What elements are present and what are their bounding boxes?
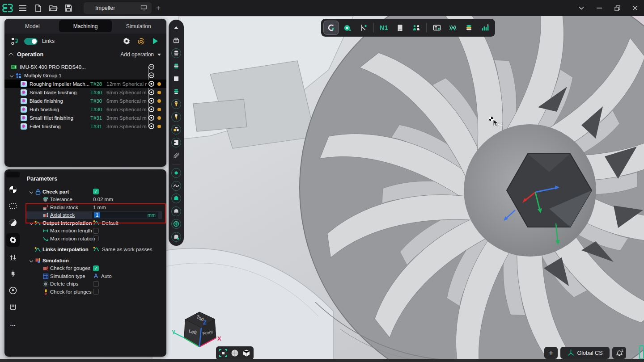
threading-icon[interactable] [6, 268, 20, 280]
checkbox[interactable] [93, 281, 99, 287]
new-tab-button[interactable]: + [152, 4, 165, 13]
operation-row[interactable]: ❋Roughing Impeller Mach...T#2812mm Spher… [4, 80, 166, 88]
tab-machining[interactable]: Machining [59, 20, 112, 32]
parameter-row[interactable]: Check for gouges✓ [26, 265, 162, 273]
links-toggle[interactable] [24, 38, 38, 45]
coolant-icon[interactable] [6, 285, 20, 296]
document-icon[interactable] [393, 21, 407, 34]
shaded-dot-icon[interactable] [171, 232, 181, 242]
collapse-window-icon[interactable] [572, 0, 590, 16]
measure-tape-icon[interactable] [340, 21, 355, 34]
operation-row[interactable]: ❋Blade finishingT#306mm Spherical mi [4, 97, 166, 105]
stock-result-icon[interactable] [171, 61, 181, 71]
collapse-up-icon[interactable] [171, 23, 181, 33]
collapse-toggle-icon[interactable] [147, 63, 156, 70]
tab-model[interactable]: Model [6, 20, 59, 32]
collapse-toggle-icon[interactable] [147, 72, 156, 79]
menu-icon[interactable] [15, 2, 30, 14]
settings-gear-icon[interactable] [122, 36, 131, 46]
operation-row[interactable]: ❋Hub finishingT#306mm Spherical mi [4, 105, 166, 114]
graph-lines-icon[interactable] [445, 21, 460, 34]
layers-stack-icon[interactable] [462, 21, 476, 34]
global-cs-button[interactable]: Global CS [560, 347, 610, 359]
state-toggle-icon[interactable] [147, 106, 156, 113]
tools-pair-icon[interactable] [409, 21, 424, 34]
parameter-row[interactable]: Links interpolationSame as work passes [26, 246, 162, 254]
operation-row[interactable]: ❋Fillet finishingT#313mm Spherical mi [4, 122, 166, 130]
parameter-value-input[interactable]: 1mm [92, 212, 158, 219]
hatch-icon[interactable] [171, 150, 181, 160]
add-operation-button[interactable]: Add operation [120, 51, 161, 58]
isometric-cube-icon[interactable] [242, 348, 251, 358]
add-cs-button[interactable]: + [544, 347, 558, 359]
workpiece-selection-icon[interactable] [6, 200, 20, 212]
operation-row[interactable]: ❋Small blade finishingT#306mm Spherical … [4, 88, 166, 97]
control-panel-icon[interactable] [429, 21, 444, 34]
more-icon[interactable]: … [6, 318, 20, 329]
machining-mode-icon[interactable] [136, 36, 146, 46]
coordinate-system-icon[interactable] [6, 184, 20, 195]
workpiece-icon[interactable] [171, 36, 181, 46]
parameter-row[interactable]: Check part✓ [26, 188, 162, 196]
new-file-icon[interactable] [30, 2, 46, 14]
save-icon[interactable] [61, 2, 76, 14]
restore-icon[interactable] [608, 0, 626, 16]
state-toggle-icon[interactable] [147, 89, 156, 96]
state-toggle-icon[interactable] [147, 114, 156, 121]
operation-row[interactable]: IMU-5X 400 PRO RDDS40... [4, 63, 166, 71]
minimize-icon[interactable] [590, 0, 608, 16]
open-folder-icon[interactable] [46, 2, 61, 14]
state-toggle-icon[interactable] [147, 97, 156, 104]
settings-icon[interactable] [6, 233, 20, 247]
checkbox[interactable] [93, 289, 99, 295]
parameter-value[interactable]: Default [93, 219, 118, 227]
stock-teal-icon[interactable] [171, 87, 181, 97]
panel-handle[interactable] [6, 172, 20, 177]
parameter-row[interactable]: Simulation typeAuto [26, 272, 162, 280]
toolpath-wave-icon[interactable] [171, 181, 181, 191]
run-button[interactable] [150, 36, 160, 46]
document-tab[interactable]: Impeller [84, 2, 152, 14]
chevron-down-icon[interactable] [28, 222, 34, 224]
close-icon[interactable] [626, 0, 644, 16]
notifications-button[interactable]: 1 [612, 347, 626, 359]
parameter-row[interactable]: Axial stock1mm [26, 211, 162, 219]
parameter-value[interactable]: 1 mm [93, 205, 106, 210]
chevron-down-icon[interactable] [28, 259, 34, 262]
chevron-down-icon[interactable] [28, 190, 34, 193]
drill-bit-icon[interactable] [171, 112, 181, 122]
state-toggle-icon[interactable] [147, 80, 156, 87]
caliper-icon[interactable] [356, 21, 371, 34]
operation-row[interactable]: ❋Small fillet finishingT#313mm Spherical… [4, 114, 166, 122]
clamping-icon[interactable] [6, 301, 20, 313]
parameter-value[interactable]: 0.02 mm [93, 197, 113, 202]
checkbox[interactable] [93, 228, 99, 234]
checkbox[interactable]: ✓ [93, 265, 99, 271]
fixture-icon[interactable] [171, 138, 181, 147]
parameter-row[interactable]: Output interpolationDefault [26, 219, 162, 227]
tool-icon[interactable] [6, 217, 20, 228]
links-scheme-icon[interactable] [10, 36, 20, 46]
shaded-teal-icon[interactable] [171, 194, 181, 203]
tool-tip-icon[interactable] [171, 99, 181, 109]
parameter-row[interactable]: Max motion length [26, 227, 162, 235]
wireframe-icon[interactable] [171, 219, 181, 229]
point-icon[interactable] [171, 168, 181, 178]
parameter-row[interactable]: Max motion rotation [26, 235, 162, 243]
plain-square-icon[interactable] [171, 74, 181, 84]
parameter-row[interactable]: Radial stock1 mm [26, 203, 162, 211]
snap-magnet-icon[interactable] [324, 21, 339, 34]
checkbox[interactable]: ✓ [93, 189, 99, 194]
operation-row[interactable]: Multiply Group 1 [4, 71, 166, 80]
shaded-sphere-icon[interactable] [230, 348, 240, 358]
fit-view-icon[interactable] [218, 348, 228, 358]
view-cube[interactable]: Top Left Front Y Z X [169, 307, 223, 354]
nc-code-icon[interactable]: N1 [377, 21, 391, 34]
parameter-value[interactable]: Auto [93, 273, 112, 280]
stock-circled-icon[interactable] [171, 48, 181, 58]
chevron-down-icon[interactable] [9, 74, 14, 77]
parameter-row[interactable]: Simulation [26, 257, 162, 265]
parameter-row[interactable]: Delete chips [26, 280, 162, 288]
parameter-value[interactable]: Same as work passes [93, 246, 153, 253]
holder-icon[interactable] [171, 125, 181, 135]
